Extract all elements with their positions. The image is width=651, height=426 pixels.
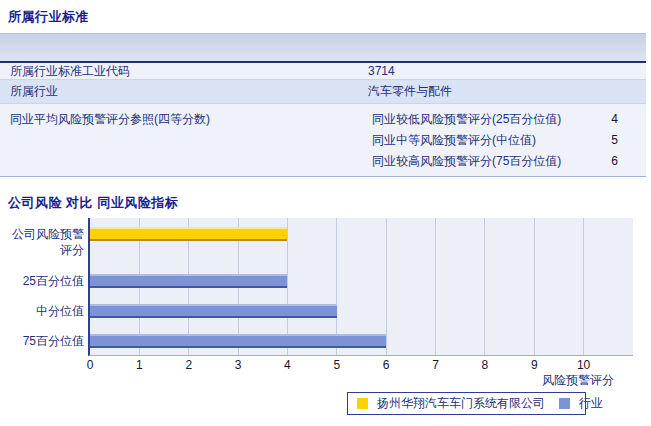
x-tick-label: 3: [235, 358, 242, 372]
industry-standard-table: 所属行业标准工业代码 3714 所属行业 汽车零件与配件 同业平均风险预警评分参…: [0, 33, 646, 177]
gridline: [435, 218, 436, 355]
subrow-label: 同业中等风险预警评分(中位值): [368, 130, 536, 151]
subrow-value: 4: [611, 109, 618, 130]
legend-label-industry: 行业: [579, 395, 603, 412]
section-title-risk-comparison: 公司风险 对比 同业风险指标: [8, 194, 178, 212]
x-tick-label: 8: [482, 358, 489, 372]
peer-score-subrows: 同业较低风险预警评分(25百分位值) 4 同业中等风险预警评分(中位值) 5 同…: [368, 109, 646, 172]
x-tick-label: 7: [432, 358, 439, 372]
chart-legend: 扬州华翔汽车车门系统有限公司 行业: [347, 392, 586, 415]
gridline: [583, 218, 584, 355]
chart-category-label: 中分位值: [6, 303, 84, 319]
table-row-industry-code: 所属行业标准工业代码 3714: [0, 63, 646, 80]
row-value: 3714: [368, 63, 646, 79]
subrow-value: 5: [611, 130, 618, 151]
chart-bar-industry: [90, 274, 287, 288]
row-label: 所属行业标准工业代码: [0, 63, 368, 79]
chart-x-axis-label: 风险预警评分: [390, 372, 614, 389]
industry-risk-report-page: 所属行业标准 所属行业标准工业代码 3714 所属行业 汽车零件与配件 同业平均…: [0, 0, 651, 426]
x-tick-label: 9: [531, 358, 538, 372]
subrow-low-risk: 同业较低风险预警评分(25百分位值) 4: [368, 109, 646, 130]
chart-category-label: 25百分位值: [6, 273, 84, 289]
subrow-value: 6: [611, 151, 618, 172]
x-tick-label: 2: [185, 358, 192, 372]
chart-bar-company: [90, 227, 287, 241]
x-tick-label: 0: [87, 358, 94, 372]
chart-category-label: 公司风险预警 评分: [6, 226, 84, 258]
x-tick-label: 10: [577, 358, 590, 372]
chart-category-label: 75百分位值: [6, 333, 84, 349]
legend-swatch-company: [357, 398, 368, 409]
x-tick-label: 1: [136, 358, 143, 372]
subrow-label: 同业较低风险预警评分(25百分位值): [368, 109, 561, 130]
row-value: 汽车零件与配件: [368, 80, 646, 103]
chart-bar-industry: [90, 334, 386, 348]
subrow-high-risk: 同业较高风险预警评分(75百分位值) 6: [368, 151, 646, 172]
row-label: 所属行业: [0, 80, 368, 103]
chart-category-labels: 公司风险预警 评分25百分位值中分位值75百分位值: [6, 218, 84, 356]
section-title-industry-standard: 所属行业标准: [8, 8, 89, 26]
risk-comparison-chart-plot: [88, 218, 633, 356]
chart-x-axis-ticks: 012345678910: [88, 358, 633, 372]
table-row-industry: 所属行业 汽车零件与配件: [0, 80, 646, 104]
gridline: [484, 218, 485, 355]
subrow-medium-risk: 同业中等风险预警评分(中位值) 5: [368, 130, 646, 151]
table-header-band: [0, 33, 646, 63]
row-label: 同业平均风险预警评分参照(四等分数): [0, 109, 368, 172]
x-tick-label: 4: [284, 358, 291, 372]
x-tick-label: 5: [333, 358, 340, 372]
legend-swatch-industry: [559, 398, 570, 409]
subrow-label: 同业较高风险预警评分(75百分位值): [368, 151, 561, 172]
table-row-peer-score-reference: 同业平均风险预警评分参照(四等分数) 同业较低风险预警评分(25百分位值) 4 …: [0, 104, 646, 177]
x-tick-label: 6: [383, 358, 390, 372]
gridline: [534, 218, 535, 355]
chart-bar-industry: [90, 304, 337, 318]
legend-label-company: 扬州华翔汽车车门系统有限公司: [377, 395, 545, 412]
